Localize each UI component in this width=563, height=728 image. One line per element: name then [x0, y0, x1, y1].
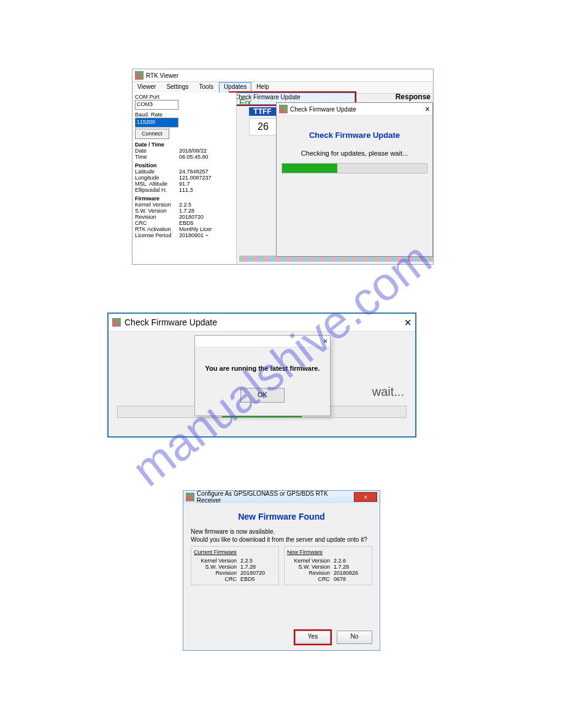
msg-line2: Would you like to download it from the s… — [191, 536, 367, 543]
ttff-value: 26 — [249, 118, 277, 135]
cur-rev-key: Revision — [194, 570, 240, 576]
close-icon[interactable]: × — [404, 316, 412, 330]
lic-key: License Period — [135, 232, 179, 238]
crc-value: EBD5 — [179, 220, 194, 226]
ell-key: Ellipsoidal H. — [135, 187, 179, 193]
screenshot-rtk-viewer: RTK Viewer Viewer Settings Tools Updates… — [132, 69, 434, 265]
dialog-buttons: Yes No — [295, 631, 372, 644]
baud-rate-label: Baud. Rate — [135, 112, 234, 118]
dialog-titlebar: Check Firmware Update × — [277, 103, 432, 116]
lon-key: Longitude — [135, 175, 179, 181]
message-box: × You are running the latest firmware. O… — [194, 335, 331, 416]
screenshot-new-firmware-found: Configure As GPS/GLONASS or GPS/BDS RTK … — [183, 490, 380, 651]
menu-updates[interactable]: Updates — [219, 82, 251, 93]
msgbox-message: You are running the latest firmware. — [195, 365, 330, 372]
com-port-select[interactable]: COM3 — [135, 100, 178, 110]
new-rev-key: Revision — [287, 570, 334, 576]
current-firmware-col: Current Firmware Kernel Version2.2.5 S.W… — [191, 546, 279, 585]
new-firmware-col: New Firmware Kernel Version2.2.6 S.W. Ve… — [284, 546, 372, 585]
cur-sw-val: 1.7.28 — [240, 564, 256, 570]
ttff-header: TTFF — [249, 107, 276, 116]
ok-button[interactable]: OK — [240, 388, 285, 403]
dialog-title: Check Firmware Update — [290, 106, 356, 113]
crc-key: CRC — [135, 220, 179, 226]
lic-value: 20180901 ~ — [179, 232, 209, 238]
date-key: Date — [135, 148, 179, 154]
dialog-icon — [279, 105, 288, 113]
cur-sw-key: S.W. Version — [194, 564, 240, 570]
new-header: New Firmware — [287, 549, 369, 555]
menu-tools[interactable]: Tools — [194, 82, 219, 93]
app-icon — [186, 493, 194, 501]
left-panel: COM Port COM3 Baud. Rate 115200 Connect … — [132, 93, 237, 264]
close-icon[interactable]: × — [425, 104, 430, 114]
rtk-key: RTK Activation — [135, 226, 179, 232]
menu-viewer[interactable]: Viewer — [132, 82, 161, 93]
date-value: 2018/08/22 — [179, 148, 207, 154]
cur-kernel-key: Kernel Version — [194, 558, 240, 564]
com-port-label: COM Port — [135, 94, 234, 100]
baud-rate-select[interactable]: 115200 — [135, 118, 178, 127]
progress-bar — [282, 163, 427, 173]
time-key: Time — [135, 154, 179, 160]
sw-value: 1.7.28 — [179, 208, 194, 214]
new-kernel-key: Kernel Version — [287, 558, 334, 564]
yes-button[interactable]: Yes — [295, 631, 331, 644]
cur-rev-val: 20180720 — [240, 570, 265, 576]
section-position: Position — [135, 162, 234, 169]
new-kernel-val: 2.2.6 — [334, 558, 346, 564]
menu-help[interactable]: Help — [251, 82, 275, 93]
app-icon — [112, 318, 121, 327]
window-titlebar: Check Firmware Update × — [109, 314, 415, 332]
new-rev-val: 20180826 — [334, 570, 358, 576]
new-crc-key: CRC — [287, 576, 334, 582]
dialog-heading: New Firmware Found — [183, 512, 380, 521]
close-icon[interactable]: × — [354, 492, 377, 502]
sw-key: S.W. Version — [135, 208, 179, 214]
rev-key: Revision — [135, 214, 179, 220]
lat-key: Latitude — [135, 169, 179, 175]
close-icon[interactable]: × — [323, 337, 327, 346]
cur-kernel-val: 2.2.5 — [240, 558, 253, 564]
new-crc-val: 0678 — [334, 576, 346, 582]
connect-button[interactable]: Connect — [135, 129, 169, 139]
cur-crc-key: CRC — [194, 576, 240, 582]
kernel-value: 2.2.5 — [179, 202, 191, 208]
ell-value: 111.3 — [179, 187, 193, 193]
response-header: Response — [396, 93, 431, 101]
msl-key: MSL. Altitude — [135, 181, 179, 187]
lat-value: 24.7848257 — [179, 169, 209, 175]
section-firmware: Firmware — [135, 195, 234, 202]
app-icon — [135, 71, 144, 80]
screenshot-latest-firmware: Check Firmware Update × wait... × You ar… — [107, 313, 416, 438]
dialog-message: New firmware is now available. Would you… — [191, 528, 372, 544]
lon-value: 121.0087237 — [179, 175, 212, 181]
no-button[interactable]: No — [337, 631, 372, 644]
msgbox-titlebar: × — [195, 336, 330, 347]
time-value: 06:05:45.80 — [179, 154, 209, 160]
window-title: RTK Viewer — [146, 72, 178, 79]
new-sw-val: 1.7.28 — [334, 564, 349, 570]
kernel-key: Kernel Version — [135, 202, 179, 208]
new-sw-key: S.W. Version — [287, 564, 334, 570]
dialog-message: Checking for updates, please wait... — [277, 150, 432, 157]
window-title: Configure As GPS/GLONASS or GPS/BDS RTK … — [197, 490, 352, 504]
msg-line1: New firmware is now available. — [191, 528, 275, 535]
cur-crc-val: EBD5 — [240, 576, 255, 582]
current-header: Current Firmware — [194, 549, 276, 555]
menu-settings[interactable]: Settings — [161, 82, 194, 93]
window-title: Check Firmware Update — [124, 317, 217, 327]
check-firmware-dialog: Check Firmware Update × Check Firmware U… — [276, 102, 433, 257]
dialog-heading: Check Firmware Update — [277, 131, 432, 140]
rtk-value: Monthly Licer — [179, 226, 212, 232]
section-date-time: Date / Time — [135, 142, 234, 148]
window-titlebar: Configure As GPS/GLONASS or GPS/BDS RTK … — [183, 491, 380, 503]
rev-value: 20180720 — [179, 214, 204, 220]
fix-status-label: Fix — [239, 97, 251, 107]
background-wait-text: wait... — [372, 385, 404, 399]
msl-value: 91.7 — [179, 181, 190, 187]
firmware-compare: Current Firmware Kernel Version2.2.5 S.W… — [191, 546, 372, 585]
window-titlebar: RTK Viewer — [132, 69, 433, 82]
progress-fill — [282, 164, 337, 173]
